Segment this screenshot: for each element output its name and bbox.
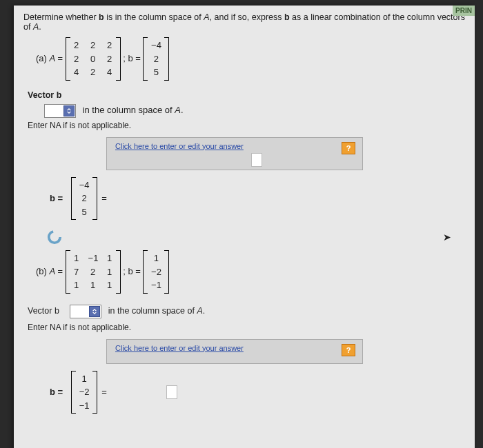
b-equation-a: b = −4 2 5 = [50, 177, 465, 221]
problem-a: (a) A = 222 202 424 ; b = −4 2 5 [36, 37, 465, 81]
help-icon[interactable]: ? [342, 344, 355, 356]
vector-a: −4 2 5 [143, 37, 169, 81]
edit-link-b[interactable]: Click here to enter or edit your answer [107, 344, 362, 352]
colspace-select-b[interactable] [70, 305, 101, 318]
page: PRIN Determine whether b is in the colum… [14, 6, 475, 448]
chevron-updown-icon [63, 105, 75, 116]
svg-point-0 [49, 232, 61, 243]
answer-box-a[interactable]: Click here to enter or edit your answer … [106, 137, 363, 170]
chevron-updown-icon [89, 306, 100, 317]
matrix-a: 222 202 424 [66, 37, 121, 81]
hint-a: Enter NA if is not applicable. [28, 121, 465, 130]
colspace-select-a[interactable] [44, 104, 76, 118]
mini-slot [166, 385, 177, 399]
answer-box-b[interactable]: Click here to enter or edit your answer … [106, 339, 363, 364]
print-button[interactable]: PRIN [453, 6, 475, 16]
colspace-text: in the column space of A. [83, 105, 184, 115]
b-equation-b: b = 1 −2 −1 = [50, 371, 465, 414]
vector-b-label-a: Vector b [28, 90, 465, 100]
loading-icon [47, 230, 62, 245]
edit-link-a[interactable]: Click here to enter or edit your answer [107, 142, 362, 150]
instruction: Determine whether b is in the column spa… [23, 12, 465, 32]
help-icon[interactable]: ? [342, 142, 355, 154]
hint-b: Enter NA if is not applicable. [28, 323, 465, 332]
vector-b: 1 −2 −1 [143, 250, 169, 294]
matrix-b: 1−11 721 111 [66, 250, 121, 294]
mini-slot [251, 153, 262, 167]
vector-b-label-b: Vector b in the column space of A. [28, 305, 465, 318]
problem-b: (b) A = 1−11 721 111 ; b = 1 −2 −1 [36, 250, 465, 294]
cursor-icon: ➤ [443, 232, 451, 243]
